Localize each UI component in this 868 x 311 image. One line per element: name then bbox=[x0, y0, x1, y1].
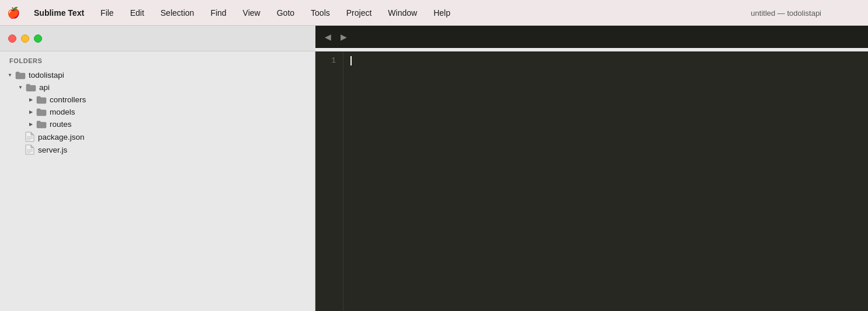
file-icon-server-js bbox=[25, 145, 35, 154]
cursor-line-1 bbox=[350, 55, 868, 65]
label-models: models bbox=[50, 108, 75, 116]
line-number-1: 1 bbox=[315, 55, 336, 67]
menu-help[interactable]: Help bbox=[431, 7, 453, 19]
tree-item-models[interactable]: models bbox=[0, 106, 315, 118]
label-server-js: server.js bbox=[38, 146, 67, 154]
text-cursor bbox=[350, 56, 352, 65]
menu-tools[interactable]: Tools bbox=[308, 7, 332, 19]
code-area[interactable] bbox=[343, 51, 868, 311]
editor-content[interactable]: 1 bbox=[315, 51, 868, 311]
menu-find[interactable]: Find bbox=[208, 7, 228, 19]
menu-view[interactable]: View bbox=[241, 7, 263, 19]
folder-icon-routes bbox=[36, 120, 47, 129]
folders-label: FOLDERS bbox=[0, 57, 315, 69]
maximize-button[interactable] bbox=[34, 34, 42, 43]
folder-icon-todolistapi bbox=[15, 71, 26, 80]
arrow-models bbox=[27, 108, 35, 116]
tree-item-package-json[interactable]: package.json bbox=[0, 130, 315, 143]
tree-item-todolistapi[interactable]: todolistapi bbox=[0, 69, 315, 81]
label-package-json: package.json bbox=[38, 133, 85, 141]
arrow-api bbox=[16, 84, 25, 92]
nav-forward-button[interactable]: ▶ bbox=[338, 31, 349, 43]
label-routes: routes bbox=[50, 120, 72, 129]
menu-goto[interactable]: Goto bbox=[275, 7, 297, 19]
arrow-controllers bbox=[27, 96, 35, 104]
second-row: ◀ ▶ bbox=[0, 26, 868, 51]
editor-toolbar: ◀ ▶ bbox=[315, 26, 868, 48]
menu-file[interactable]: File bbox=[98, 7, 116, 19]
folder-icon-models bbox=[36, 108, 47, 116]
tree-item-server-js[interactable]: server.js bbox=[0, 143, 315, 156]
tree-item-controllers[interactable]: controllers bbox=[0, 94, 315, 106]
nav-back-button[interactable]: ◀ bbox=[322, 31, 334, 43]
arrow-routes bbox=[27, 120, 35, 129]
folder-icon-controllers bbox=[36, 96, 47, 104]
menubar: 🍎 Sublime Text File Edit Selection Find … bbox=[0, 0, 868, 26]
menu-window[interactable]: Window bbox=[386, 7, 419, 19]
menu-project[interactable]: Project bbox=[344, 7, 374, 19]
label-api: api bbox=[39, 83, 50, 92]
apple-menu[interactable]: 🍎 bbox=[7, 6, 20, 19]
file-icon-package-json bbox=[25, 132, 35, 141]
menu-selection[interactable]: Selection bbox=[158, 7, 197, 19]
close-button[interactable] bbox=[8, 34, 16, 43]
label-todolistapi: todolistapi bbox=[29, 71, 64, 80]
editor[interactable]: 1 bbox=[315, 51, 868, 311]
window-title: untitled — todolistapi bbox=[751, 8, 821, 17]
tree-item-api[interactable]: api bbox=[0, 81, 315, 94]
window-controls bbox=[0, 26, 315, 51]
arrow-todolistapi bbox=[6, 71, 14, 80]
folder-icon-api bbox=[26, 84, 36, 92]
menu-edit[interactable]: Edit bbox=[128, 7, 147, 19]
menu-sublime-text[interactable]: Sublime Text bbox=[32, 7, 86, 19]
line-numbers: 1 bbox=[315, 51, 343, 311]
sidebar: FOLDERS todolistapi api bbox=[0, 51, 315, 311]
tree-item-routes[interactable]: routes bbox=[0, 118, 315, 130]
minimize-button[interactable] bbox=[21, 34, 29, 43]
main-layout: FOLDERS todolistapi api bbox=[0, 51, 868, 311]
label-controllers: controllers bbox=[50, 95, 86, 104]
